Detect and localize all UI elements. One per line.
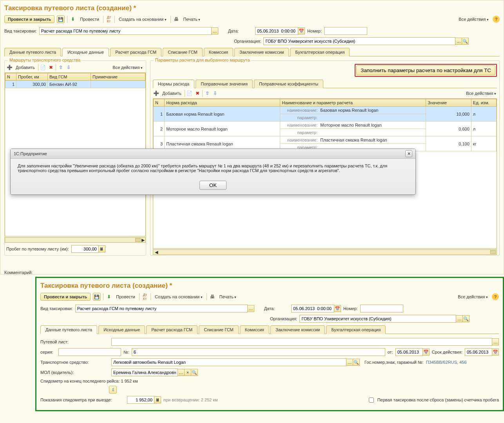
post-and-close-button[interactable]: Провести и закрыть [4, 15, 54, 23]
fill-params-button[interactable]: Заполнить параметры расчета по настройка… [356, 65, 495, 75]
routes-grid[interactable]: NПробег, кмВид ГСМПримечание 1300,00Бенз… [5, 73, 145, 88]
clear-icon[interactable]: × [184, 369, 191, 376]
table-row[interactable]: 1Базовая норма Renault loganнаименование… [154, 107, 497, 114]
vehicle-input[interactable] [111, 358, 346, 366]
all-actions-button[interactable]: Все действия [111, 64, 144, 71]
print-button[interactable]: Печать [218, 294, 238, 300]
move-down-icon[interactable]: ⇩ [212, 90, 218, 96]
all-actions-button[interactable]: Все действия [456, 294, 489, 300]
tab-1[interactable]: Исходные данные [62, 48, 109, 56]
tab-5[interactable]: Заключение комиссии [270, 325, 325, 334]
col-header[interactable]: N [5, 73, 16, 81]
save-icon[interactable]: 💾 [93, 293, 101, 301]
save-icon[interactable]: 💾 [57, 15, 65, 23]
norms-grid[interactable]: NНорма расходаНаименование и параметр ра… [153, 99, 497, 151]
search-icon[interactable]: 🔍 [462, 315, 470, 322]
horizontal-scrollbar[interactable]: ▶ [5, 237, 146, 243]
tab-0[interactable]: Нормы расхода [153, 80, 194, 88]
tab-2[interactable]: Расчет расхода ГСМ [146, 325, 198, 334]
col-header[interactable]: Пробег, км [16, 73, 48, 81]
post-and-close-button[interactable]: Провести и закрыть [40, 293, 91, 301]
number-input[interactable] [324, 27, 367, 35]
col-header[interactable]: Ед. изм. [471, 99, 496, 107]
post-button[interactable]: Провести [78, 16, 101, 22]
search-icon[interactable]: 🔍 [191, 369, 198, 376]
move-down-icon[interactable]: ⇩ [65, 64, 72, 71]
add-route-button[interactable]: Добавить [14, 64, 36, 71]
ellipsis-icon[interactable]: … [456, 315, 463, 322]
driver-input[interactable] [111, 369, 178, 376]
table-row[interactable]: 2Моторное масло Renault loganнаименовани… [154, 122, 497, 129]
delete-icon[interactable]: ✖ [194, 90, 201, 96]
tab-0[interactable]: Данные путевого листа [40, 325, 97, 334]
first-taxation-checkbox[interactable] [369, 398, 374, 403]
tab-3[interactable]: Списание ГСМ [163, 48, 203, 56]
date-input[interactable] [255, 27, 298, 35]
help-icon[interactable]: ? [493, 16, 500, 23]
print-button[interactable]: Печать [182, 16, 202, 22]
tab-1[interactable]: Исходные данные [98, 325, 145, 334]
taxation-type-input[interactable] [39, 27, 212, 35]
ok-button[interactable]: OK [199, 181, 227, 190]
valid-until-input[interactable] [465, 348, 492, 356]
col-header[interactable]: Вид ГСМ [48, 73, 91, 81]
dtkt-icon[interactable]: ДтКт [106, 16, 112, 22]
total-mileage-input[interactable] [71, 245, 99, 253]
create-based-on-button[interactable]: Создать на основании [117, 16, 168, 22]
add-norm-button[interactable]: Добавить [161, 90, 183, 96]
post-button[interactable]: Провести [114, 294, 137, 300]
tab-2[interactable]: Поправочные коэффициенты [254, 80, 323, 88]
organization-input[interactable] [299, 315, 456, 323]
tab-4[interactable]: Комиссия [240, 325, 269, 334]
tab-0[interactable]: Данные путевого листа [4, 48, 61, 56]
col-header[interactable]: Примечание [91, 73, 145, 81]
table-row[interactable]: 1300,00Бензин АИ-92 [5, 81, 145, 88]
help-icon[interactable]: ? [492, 293, 499, 300]
all-actions-button[interactable]: Все действия [457, 16, 490, 22]
copy-down-icon[interactable]: ⇩ [109, 386, 117, 394]
calculator-icon[interactable]: 🖩 [98, 245, 105, 252]
all-actions-button[interactable]: Все действия [464, 90, 498, 96]
tab-3[interactable]: Списание ГСМ [199, 325, 239, 334]
horizontal-scrollbar[interactable]: ◀ [153, 249, 497, 255]
taxation-type-input[interactable] [75, 305, 248, 312]
calendar-icon[interactable]: 📅 [422, 349, 430, 356]
move-up-icon[interactable]: ⇧ [204, 90, 210, 96]
create-based-on-button[interactable]: Создать на основании [153, 294, 204, 300]
tab-1[interactable]: Поправочные значения [196, 80, 253, 88]
tab-6[interactable]: Бухгалтерская операция [326, 325, 386, 334]
tab-2[interactable]: Расчет расхода ГСМ [110, 48, 161, 56]
organization-input[interactable] [263, 37, 455, 45]
calendar-icon[interactable]: 📅 [298, 27, 305, 34]
col-header[interactable]: Значение [426, 99, 471, 107]
ellipsis-icon[interactable]: … [492, 338, 499, 345]
tab-4[interactable]: Комиссия [204, 48, 233, 56]
table-row[interactable]: 3Пластичная смазка Renault loganнаименов… [154, 136, 497, 144]
move-up-icon[interactable]: ⇧ [58, 64, 64, 71]
copy-icon[interactable]: 📄 [40, 64, 46, 71]
from-date-input[interactable] [395, 348, 423, 356]
ellipsis-icon[interactable]: … [455, 38, 462, 45]
search-icon[interactable]: 🔍 [353, 359, 360, 366]
copy-icon[interactable]: 📄 [187, 90, 193, 96]
calculator-icon[interactable]: 🖩 [154, 396, 161, 403]
waybill-number-input[interactable] [132, 348, 385, 356]
odometer-out-input[interactable] [127, 396, 154, 404]
tab-6[interactable]: Бухгалтерская операция [290, 48, 350, 56]
delete-icon[interactable]: ✖ [48, 64, 54, 71]
calendar-icon[interactable]: 📅 [492, 349, 499, 356]
number-input[interactable] [360, 305, 403, 312]
ellipsis-icon[interactable]: … [346, 359, 353, 366]
series-input[interactable] [58, 348, 121, 356]
search-icon[interactable]: 🔍 [462, 38, 469, 45]
waybill-input[interactable] [111, 338, 492, 346]
ellipsis-icon[interactable]: … [178, 369, 185, 376]
col-header[interactable]: Норма расхода [165, 99, 280, 107]
tab-5[interactable]: Заключение комиссии [234, 48, 289, 56]
ellipsis-icon[interactable]: … [247, 305, 254, 312]
calendar-icon[interactable]: 📅 [334, 305, 341, 312]
close-icon[interactable]: ✕ [405, 150, 412, 157]
col-header[interactable]: Наименование и параметр расчета [280, 99, 426, 107]
date-input[interactable] [291, 305, 334, 312]
col-header[interactable]: N [154, 99, 165, 107]
